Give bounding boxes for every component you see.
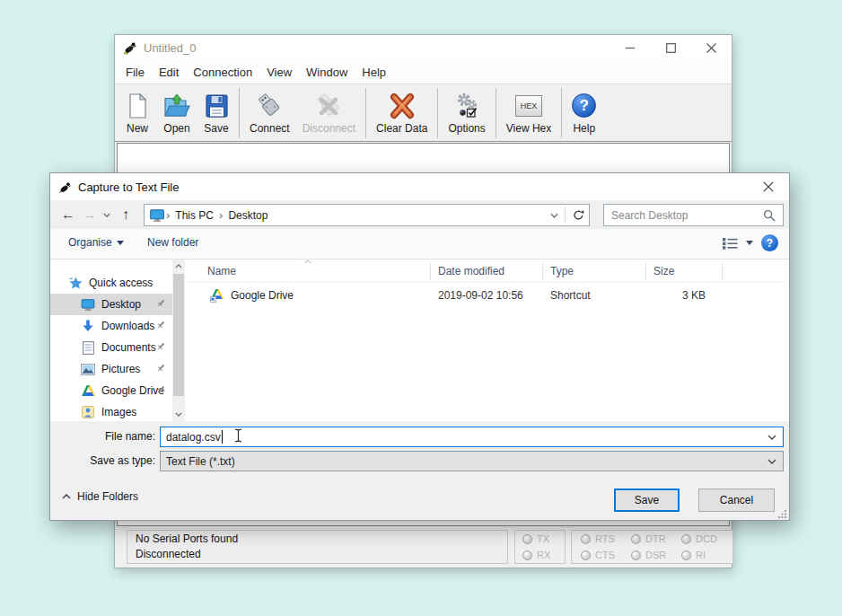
address-divider xyxy=(565,207,566,224)
app-bug-icon xyxy=(123,40,137,55)
view-hex-button[interactable]: HEX View Hex xyxy=(500,87,557,139)
dialog-title: Capture to Text File xyxy=(78,180,179,194)
view-mode-dropdown-icon[interactable] xyxy=(746,241,753,245)
status-line-ports: No Serial Ports found xyxy=(136,532,499,547)
organise-button[interactable]: Organise xyxy=(68,236,124,249)
sidebar-item-pictures[interactable]: Pictures xyxy=(50,358,172,380)
address-dropdown-icon[interactable] xyxy=(547,213,562,218)
breadcrumb-separator: › xyxy=(217,208,224,222)
save-button[interactable]: Save xyxy=(197,87,235,139)
file-name-value: datalog.csv xyxy=(166,431,221,444)
save-as-type-value: Text File (*.txt) xyxy=(166,455,235,468)
sidebar-item-downloads[interactable]: Downloads xyxy=(50,315,172,337)
file-list-pane: Name Date modified Type Size xyxy=(187,260,785,421)
desktop-background: { "main_window": { "title": "Untitled_0"… xyxy=(0,0,842,616)
new-button[interactable]: New xyxy=(118,87,156,139)
menu-window[interactable]: Window xyxy=(299,66,355,79)
capture-dialog: Capture to Text File ← → ↑ › This PC › D… xyxy=(49,172,790,521)
column-header-date-modified[interactable]: Date modified xyxy=(438,265,504,277)
text-caret xyxy=(222,430,223,444)
rts-led-icon xyxy=(581,534,591,544)
address-bar[interactable]: › This PC › Desktop xyxy=(144,204,590,226)
back-button[interactable]: ← xyxy=(57,203,79,226)
quick-access-star-icon xyxy=(68,277,83,290)
menu-help[interactable]: Help xyxy=(355,66,393,79)
pin-icon xyxy=(155,383,167,395)
menu-edit[interactable]: Edit xyxy=(152,66,186,79)
options-button[interactable]: Options xyxy=(442,87,491,139)
images-icon xyxy=(81,406,95,418)
dialog-close-button[interactable] xyxy=(753,173,784,200)
sort-ascending-icon[interactable] xyxy=(303,260,312,264)
clear-x-icon xyxy=(388,92,417,120)
breadcrumb-desktop[interactable]: Desktop xyxy=(224,209,271,222)
scroll-up-icon[interactable] xyxy=(172,260,185,273)
file-size-cell: 3 KB xyxy=(645,289,706,302)
sidebar-item-images[interactable]: Images xyxy=(50,401,172,421)
dcd-led-icon xyxy=(681,534,691,544)
signal-indicator-box: RTS CTS DTR DSR DCD RI xyxy=(571,530,733,564)
hide-folders-button[interactable]: Hide Folders xyxy=(62,490,138,503)
save-as-type-dropdown-icon[interactable] xyxy=(767,459,776,464)
window-title: Untitled_0 xyxy=(144,41,197,55)
file-row-google-drive[interactable]: Google Drive 2019-09-02 10:56 Shortcut 3… xyxy=(187,286,785,306)
breadcrumb-this-pc[interactable]: This PC xyxy=(171,209,217,222)
dialog-content: Quick access Desktop xyxy=(50,260,789,421)
terminal-titlebar[interactable]: Untitled_0 xyxy=(115,35,732,60)
pin-icon xyxy=(155,319,167,330)
pictures-icon xyxy=(81,364,95,375)
dtr-led-icon xyxy=(631,534,641,544)
new-document-icon xyxy=(125,92,150,120)
sidebar-item-desktop[interactable]: Desktop xyxy=(50,294,172,315)
clear-data-button[interactable]: Clear Data xyxy=(370,87,434,139)
close-button[interactable] xyxy=(691,35,732,60)
pin-icon xyxy=(155,362,167,374)
search-placeholder: Search Desktop xyxy=(611,209,763,222)
file-name-input[interactable]: datalog.csv xyxy=(160,427,784,447)
history-chevron-icon[interactable] xyxy=(101,203,113,226)
column-header-size[interactable]: Size xyxy=(653,265,674,277)
sidebar-item-quick-access[interactable]: Quick access xyxy=(50,272,172,294)
search-icon[interactable] xyxy=(763,209,776,222)
scroll-down-icon[interactable] xyxy=(172,408,185,421)
help-icon: ? xyxy=(572,92,596,120)
resize-grip[interactable] xyxy=(778,510,786,518)
dialog-titlebar[interactable]: Capture to Text File xyxy=(50,173,789,200)
toolbar: New Open xyxy=(115,84,732,142)
dialog-cancel-button[interactable]: Cancel xyxy=(698,488,775,512)
minimize-button[interactable] xyxy=(610,35,651,60)
maximize-button[interactable] xyxy=(651,35,691,60)
open-button[interactable]: Open xyxy=(156,87,197,139)
scrollbar-thumb[interactable] xyxy=(173,274,184,396)
dialog-footer: Hide Folders Save Cancel xyxy=(50,479,789,521)
sidebar-scrollbar[interactable] xyxy=(172,260,185,421)
statusbar: No Serial Ports found Disconnected TX RX… xyxy=(117,526,730,566)
connect-button[interactable]: Connect xyxy=(243,87,296,139)
disconnect-button: Disconnect xyxy=(296,87,362,139)
view-mode-icon[interactable] xyxy=(723,237,738,250)
column-header-type[interactable]: Type xyxy=(550,265,574,277)
refresh-icon[interactable] xyxy=(568,209,589,221)
dialog-save-button[interactable]: Save xyxy=(614,488,680,512)
search-input[interactable]: Search Desktop xyxy=(603,204,784,226)
breadcrumb-separator: › xyxy=(164,208,171,222)
dropdown-triangle-icon xyxy=(117,241,124,245)
up-button[interactable]: ↑ xyxy=(115,203,136,226)
help-button[interactable]: ? Help xyxy=(566,87,602,139)
sidebar-item-documents[interactable]: Documents xyxy=(50,337,172,358)
google-drive-shortcut-icon xyxy=(210,289,224,303)
desktop-location-icon xyxy=(150,209,164,222)
dialog-help-icon[interactable]: ? xyxy=(761,234,778,251)
menu-file[interactable]: File xyxy=(118,66,152,79)
toolbar-separator xyxy=(239,88,240,138)
file-name-dropdown-icon[interactable] xyxy=(767,435,776,440)
menu-view[interactable]: View xyxy=(259,66,299,79)
new-folder-button[interactable]: New folder xyxy=(147,236,198,249)
gears-icon xyxy=(453,92,480,120)
menu-connection[interactable]: Connection xyxy=(186,66,259,79)
sidebar-item-google-drive[interactable]: Google Drive xyxy=(50,380,172,401)
column-header-name[interactable]: Name xyxy=(207,265,236,277)
save-as-type-select[interactable]: Text File (*.txt) xyxy=(160,451,784,471)
tx-label: TX xyxy=(537,533,549,544)
open-folder-icon xyxy=(162,92,191,120)
